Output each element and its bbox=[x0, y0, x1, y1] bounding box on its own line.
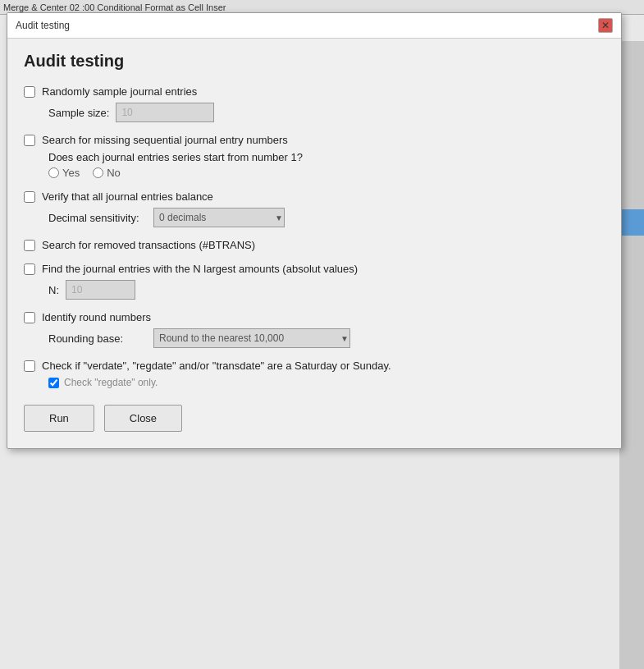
missing-sequential-row: Search for missing sequential journal en… bbox=[24, 134, 605, 146]
section-removed-transactions: Search for removed transactions (#BTRANS… bbox=[24, 239, 605, 251]
verify-balance-checkbox[interactable] bbox=[24, 191, 35, 203]
saturday-sunday-row: Check if "verdate", "regdate" and/or "tr… bbox=[24, 360, 605, 372]
sample-size-input[interactable] bbox=[116, 103, 214, 122]
no-radio[interactable] bbox=[93, 167, 103, 178]
blue-bar bbox=[619, 209, 644, 236]
decimal-sensitivity-select[interactable]: 0 decimals 1 decimal 2 decimals 3 decima… bbox=[153, 208, 285, 227]
decimal-dropdown-wrapper: 0 decimals 1 decimal 2 decimals 3 decima… bbox=[153, 208, 285, 227]
n-input-row: N: bbox=[48, 280, 605, 300]
decimal-sensitivity-row: Decimal sensitivity: 0 decimals 1 decima… bbox=[48, 208, 605, 227]
regdate-label: Check "regdate" only. bbox=[64, 377, 158, 388]
section-verify-balance: Verify that all journal entries balance … bbox=[24, 190, 605, 227]
saturday-sunday-checkbox[interactable] bbox=[24, 360, 35, 372]
dialog-titlebar: Audit testing ✕ bbox=[7, 13, 621, 39]
section-missing-sequential: Search for missing sequential journal en… bbox=[24, 134, 605, 179]
n-input[interactable] bbox=[66, 280, 135, 300]
round-numbers-label: Identify round numbers bbox=[42, 311, 151, 323]
random-sample-checkbox[interactable] bbox=[24, 86, 35, 98]
saturday-sunday-label: Check if "verdate", "regdate" and/or "tr… bbox=[42, 360, 391, 372]
right-panel bbox=[619, 41, 644, 669]
rounding-base-label: Rounding base: bbox=[48, 332, 147, 345]
verify-balance-label: Verify that all journal entries balance bbox=[42, 190, 213, 203]
verify-balance-row: Verify that all journal entries balance bbox=[24, 190, 605, 203]
section-round-numbers: Identify round numbers Rounding base: Ro… bbox=[24, 311, 605, 348]
section-largest-amounts: Find the journal entries with the N larg… bbox=[24, 263, 605, 300]
regdate-checkbox[interactable] bbox=[48, 378, 59, 388]
removed-transactions-label: Search for removed transactions (#BTRANS… bbox=[42, 239, 255, 251]
section-random-sample: Randomly sample journal entries Sample s… bbox=[24, 85, 605, 122]
decimal-sensitivity-label: Decimal sensitivity: bbox=[48, 212, 147, 224]
section-saturday-sunday: Check if "verdate", "regdate" and/or "tr… bbox=[24, 360, 605, 388]
removed-transactions-row: Search for removed transactions (#BTRANS… bbox=[24, 239, 605, 251]
no-label: No bbox=[107, 167, 121, 179]
removed-transactions-checkbox[interactable] bbox=[24, 240, 35, 251]
series-question-label: Does each journal entries series start f… bbox=[48, 151, 303, 163]
missing-sequential-checkbox[interactable] bbox=[24, 135, 35, 146]
no-option: No bbox=[93, 167, 121, 179]
series-question-row: Does each journal entries series start f… bbox=[48, 151, 605, 163]
run-button[interactable]: Run bbox=[24, 405, 94, 432]
yes-no-radio-row: Yes No bbox=[48, 167, 605, 179]
yes-option: Yes bbox=[48, 167, 80, 179]
yes-radio[interactable] bbox=[48, 167, 59, 178]
largest-amounts-checkbox[interactable] bbox=[24, 263, 35, 275]
sample-size-label: Sample size: bbox=[48, 107, 109, 119]
close-button[interactable]: Close bbox=[104, 405, 182, 432]
random-sample-label: Randomly sample journal entries bbox=[42, 85, 197, 98]
round-numbers-row: Identify round numbers bbox=[24, 311, 605, 323]
missing-sequential-label: Search for missing sequential journal en… bbox=[42, 134, 288, 146]
audit-testing-dialog: Audit testing ✕ Audit testing Randomly s… bbox=[7, 12, 622, 449]
round-numbers-checkbox[interactable] bbox=[24, 312, 35, 323]
rounding-base-row: Rounding base: Round to the nearest 10,0… bbox=[48, 328, 605, 348]
close-icon[interactable]: ✕ bbox=[598, 18, 613, 33]
toolbar-text: Merge & Center 02 :00 Conditional Format… bbox=[3, 2, 226, 12]
button-row: Run Close bbox=[24, 405, 605, 432]
largest-amounts-row: Find the journal entries with the N larg… bbox=[24, 263, 605, 275]
rounding-dropdown-wrapper: Round to the nearest 10,000 Round to the… bbox=[153, 328, 350, 348]
rounding-base-select[interactable]: Round to the nearest 10,000 Round to the… bbox=[153, 328, 350, 348]
dialog-titlebar-text: Audit testing bbox=[16, 20, 70, 31]
regdate-sub-row: Check "regdate" only. bbox=[48, 377, 605, 388]
n-label: N: bbox=[48, 284, 59, 296]
dialog-main-title: Audit testing bbox=[24, 52, 605, 71]
sample-size-row: Sample size: bbox=[48, 103, 605, 122]
yes-label: Yes bbox=[62, 167, 80, 179]
random-sample-row: Randomly sample journal entries bbox=[24, 85, 605, 98]
largest-amounts-label: Find the journal entries with the N larg… bbox=[42, 263, 358, 275]
dialog-body: Audit testing Randomly sample journal en… bbox=[7, 39, 621, 448]
